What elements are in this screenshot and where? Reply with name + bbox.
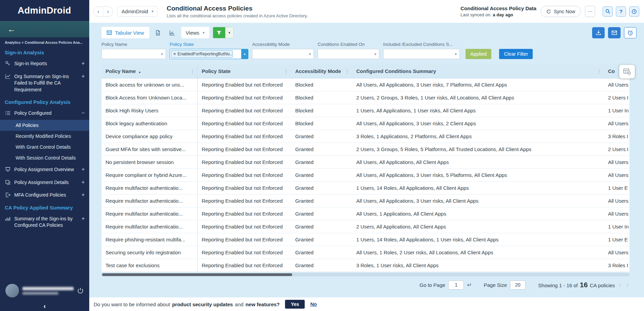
views-dropdown[interactable]: Views ▾ bbox=[181, 27, 209, 38]
sidebar-back-button[interactable]: ← bbox=[0, 21, 89, 37]
column-menu-icon[interactable]: ⋮ bbox=[284, 68, 289, 74]
scrollbar-thumb[interactable] bbox=[102, 273, 292, 276]
column-chooser-button[interactable] bbox=[619, 65, 635, 78]
column-header-configured-conditions-summary[interactable]: Configured Conditions Summary ⋮ bbox=[352, 65, 604, 78]
sidebar-subitem-all-policies[interactable]: All Policies bbox=[0, 120, 89, 131]
clear-filter-button[interactable]: Clear Filter bbox=[499, 49, 533, 59]
expand-plus-icon[interactable]: + bbox=[81, 73, 85, 79]
search-button[interactable] bbox=[603, 6, 613, 17]
table-row[interactable]: Require multifactor authenticatio... Rep… bbox=[101, 207, 629, 220]
table-row[interactable]: Guest MFA for sites with sensitive... Re… bbox=[101, 143, 629, 156]
cell-policy-name: Require multifactor authenticatio... bbox=[101, 181, 197, 194]
chevron-down-icon: ▾ bbox=[152, 9, 154, 14]
table-row[interactable]: Require multifactor authenticatio... Rep… bbox=[101, 181, 629, 194]
email-report-button[interactable] bbox=[608, 27, 621, 38]
help-button[interactable]: ? bbox=[616, 6, 626, 17]
column-header-accessibility-mode[interactable]: Accessibility Mode ⋮ bbox=[291, 65, 352, 78]
sidebar-item-policy-assignment-overview[interactable]: Policy Assignment Overview + bbox=[0, 163, 89, 176]
table-row[interactable]: Require multifactor authenticatio... Rep… bbox=[101, 194, 629, 207]
sync-now-button[interactable]: Sync Now bbox=[541, 6, 581, 17]
expand-plus-icon[interactable]: + bbox=[81, 166, 85, 172]
sidebar-item-policy-configured[interactable]: Policy Configured − bbox=[0, 107, 89, 120]
title-block: Conditional Access Policies Lists all th… bbox=[167, 5, 308, 18]
table-row[interactable]: Block Access from Unknown Loca... Report… bbox=[101, 91, 629, 104]
horizontal-scrollbar[interactable] bbox=[101, 273, 629, 276]
expand-plus-icon[interactable]: + bbox=[81, 179, 85, 185]
sidebar-subitem-with-session-control-details[interactable]: With Session Control Details bbox=[0, 152, 89, 163]
nav-heading-ca-policy-applied-summary: CA Policy Applied Summary bbox=[0, 202, 89, 213]
applied-button[interactable]: Applied bbox=[466, 49, 491, 59]
notify-no-link[interactable]: No bbox=[310, 301, 317, 307]
export-report-button[interactable] bbox=[153, 27, 164, 38]
goto-page-input[interactable] bbox=[448, 280, 464, 290]
top-header: ‹ › AdminDroid ▾ Conditional Access Poli… bbox=[89, 0, 644, 23]
notify-yes-button[interactable]: Yes bbox=[285, 300, 305, 309]
cell-conditions-summary: 3 Roles, 1 Applications, 2 Platforms, Al… bbox=[352, 130, 604, 143]
filter-chip[interactable]: × EnabledForReportingButNo... bbox=[171, 50, 233, 58]
conditions-enabled-on-filter-select[interactable]: ▾ bbox=[318, 49, 379, 59]
included-excluded-conditions-filter-select[interactable]: ▾ bbox=[383, 49, 460, 59]
table-row[interactable]: No persistent browser session Reporting … bbox=[101, 156, 629, 168]
sidebar-subitem-with-grant-control-details[interactable]: With Grant Control Details bbox=[0, 142, 89, 152]
report-history-button[interactable] bbox=[629, 6, 639, 17]
power-signout-icon[interactable] bbox=[77, 287, 84, 294]
prev-page-button[interactable]: ‹ bbox=[618, 281, 622, 289]
accessibility-mode-filter-select[interactable]: ▾ bbox=[252, 49, 314, 59]
column-header-policy-state[interactable]: Policy State ⋮ bbox=[197, 65, 291, 78]
pagination-bar: Go to Page ↵ Page Size Showing 1 - 16 of… bbox=[101, 276, 629, 293]
sidebar-item-sign-in-reports[interactable]: Sign-in Reports + bbox=[0, 57, 89, 70]
sidebar-item-mfa-configured-policies[interactable]: MFA Configured Policies + bbox=[0, 189, 89, 202]
expand-plus-icon[interactable]: + bbox=[81, 60, 85, 67]
filter-field-conditions-enabled-on: Conditions Enabled On ▾ bbox=[318, 42, 379, 59]
cell-conditions-summary: 3 Roles, 1 User risks, All Client Apps bbox=[352, 259, 604, 272]
cell-clipped-column: All Users bbox=[604, 117, 629, 130]
chevron-down-icon: ▾ bbox=[203, 31, 205, 35]
sidebar-collapse-button[interactable]: ‹ bbox=[0, 301, 89, 311]
schedule-report-button[interactable] bbox=[624, 27, 637, 38]
cell-clipped-column: All Users bbox=[604, 156, 629, 168]
cell-policy-name: Require multifactor authenticatio... bbox=[101, 194, 197, 207]
page-size-input[interactable] bbox=[510, 280, 526, 290]
app-selector-dropdown[interactable]: AdminDroid ▾ bbox=[117, 6, 158, 17]
expand-plus-icon[interactable]: + bbox=[81, 216, 85, 222]
expand-plus-icon[interactable]: + bbox=[81, 192, 85, 198]
table-row[interactable]: Require phishing-resistant multifa... Re… bbox=[101, 233, 629, 246]
table-row[interactable]: Require compliant or hybrid Azure... Rep… bbox=[101, 168, 629, 181]
user-profile[interactable] bbox=[0, 280, 89, 301]
table-row[interactable]: Require multifactor authenticatio... Rep… bbox=[101, 220, 629, 233]
table-row[interactable]: Block access for unknown or uns... Repor… bbox=[101, 78, 629, 91]
column-header-policy-name[interactable]: Policy Name▲ ⋮ bbox=[101, 65, 197, 78]
download-report-button[interactable] bbox=[592, 27, 605, 38]
column-menu-icon[interactable]: ⋮ bbox=[190, 68, 195, 74]
collapse-minus-icon[interactable]: − bbox=[81, 110, 85, 116]
table-row[interactable]: Block High Risky Users Reporting Enabled… bbox=[101, 104, 629, 117]
tab-tabular-view[interactable]: Tabular View bbox=[101, 27, 149, 38]
filter-dropdown-button[interactable]: ▾ bbox=[225, 27, 233, 38]
chart-view-button[interactable] bbox=[167, 27, 178, 38]
column-menu-icon[interactable]: ⋮ bbox=[596, 68, 602, 74]
views-label: Views bbox=[186, 30, 200, 36]
chevron-down-icon[interactable]: ▾ bbox=[241, 49, 248, 59]
sidebar-item-org-summary-signins[interactable]: Org Summary on Sign-ins Failed to Fulfil… bbox=[0, 70, 89, 96]
sidebar: AdminDroid ← Analytics > Conditional Acc… bbox=[0, 0, 89, 311]
next-page-button[interactable]: › bbox=[625, 281, 629, 289]
policy-name-filter-select[interactable]: ▾ bbox=[101, 49, 166, 59]
cell-policy-name: Require multifactor authenticatio... bbox=[101, 207, 197, 220]
policy-state-filter-select[interactable]: × EnabledForReportingButNo... ▾ bbox=[170, 49, 248, 59]
search-icon bbox=[605, 9, 610, 14]
chip-remove-icon[interactable]: × bbox=[173, 52, 176, 56]
sidebar-item-signin-summary-by-ca-policies[interactable]: Summary of the Sign-ins by Configured CA… bbox=[0, 213, 89, 232]
sidebar-item-policy-assignment-details[interactable]: Policy Assignment Details + bbox=[0, 176, 89, 189]
sidebar-subitem-recently-modified-policies[interactable]: Recently Modified Policies bbox=[0, 131, 89, 142]
table-row[interactable]: Device compliance app policy Reporting E… bbox=[101, 130, 629, 143]
nav-forward-button[interactable]: › bbox=[103, 7, 113, 16]
more-options-button[interactable]: ⋯ bbox=[585, 6, 595, 17]
nav-back-button[interactable]: ‹ bbox=[94, 7, 103, 16]
table-row[interactable]: Test case for exclusions Reporting Enabl… bbox=[101, 259, 629, 272]
line-chart-icon bbox=[5, 74, 11, 79]
table-scroll-container[interactable]: Policy Name▲ ⋮ Policy State ⋮ Accessibil… bbox=[101, 65, 629, 272]
table-row[interactable]: Securing security info registration Repo… bbox=[101, 246, 629, 259]
table-row[interactable]: Block legacy authentication Reporting En… bbox=[101, 117, 629, 130]
filter-button[interactable] bbox=[213, 27, 225, 38]
column-menu-icon[interactable]: ⋮ bbox=[345, 68, 350, 74]
